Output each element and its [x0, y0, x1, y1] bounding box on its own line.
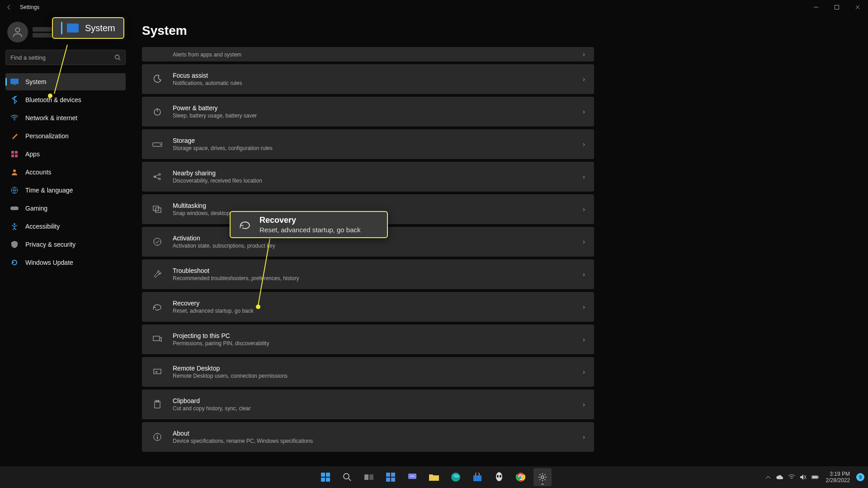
nav-item-apps[interactable]: Apps: [5, 145, 126, 163]
row-sub: Activation state, subscriptions, product…: [173, 243, 583, 249]
taskbar-search[interactable]: [338, 468, 356, 486]
nav-item-personalization[interactable]: Personalization: [5, 127, 126, 145]
back-button[interactable]: [4, 2, 14, 13]
callout-title: Recovery: [259, 216, 360, 225]
svg-rect-37: [391, 473, 395, 477]
share-icon: [151, 172, 164, 181]
svg-rect-39: [391, 478, 395, 482]
chevron-right-icon: ›: [583, 173, 585, 180]
row-power[interactable]: Power & batterySleep, battery usage, bat…: [142, 97, 594, 127]
svg-rect-21: [156, 208, 161, 212]
row-title: Clipboard: [173, 397, 583, 404]
row-notifications[interactable]: Alerts from apps and system ›: [142, 47, 594, 61]
row-sub: Remote Desktop users, connection permiss…: [173, 373, 583, 379]
svg-point-28: [157, 435, 158, 436]
chevron-right-icon: ›: [583, 271, 585, 278]
taskbar-edge[interactable]: [447, 468, 465, 486]
nav-item-time[interactable]: Time & language: [5, 182, 126, 199]
nav-item-gaming[interactable]: Gaming: [5, 200, 126, 217]
search-icon: [114, 54, 121, 61]
nav-label: Windows Update: [25, 259, 73, 266]
chevron-right-icon: ›: [583, 336, 585, 343]
row-recovery[interactable]: RecoveryReset, advanced startup, go back…: [142, 292, 594, 322]
chevron-right-icon: ›: [583, 238, 585, 245]
taskbar-chrome[interactable]: [512, 468, 530, 486]
svg-rect-36: [386, 473, 390, 477]
svg-rect-38: [386, 478, 390, 482]
chevron-right-icon: ›: [583, 51, 585, 58]
taskbar-explorer[interactable]: [425, 468, 443, 486]
start-button[interactable]: [316, 468, 335, 486]
row-storage[interactable]: StorageStorage space, drives, configurat…: [142, 129, 594, 159]
taskbar-settings[interactable]: [533, 468, 552, 486]
svg-point-16: [160, 144, 161, 145]
nav-label: Gaming: [25, 205, 47, 212]
nav-label: System: [25, 78, 47, 85]
row-title: Troubleshoot: [173, 267, 583, 274]
chevron-right-icon: ›: [583, 108, 585, 115]
paint-icon: [10, 131, 19, 141]
nav-item-network[interactable]: Network & internet: [5, 109, 126, 127]
tray-volume-icon[interactable]: [800, 474, 807, 481]
row-title: Focus assist: [173, 72, 583, 79]
drive-icon: [151, 141, 164, 147]
svg-point-47: [497, 475, 499, 478]
tray-clock[interactable]: 3:19 PM 2/28/2022: [826, 471, 850, 484]
svg-point-22: [154, 238, 161, 245]
svg-rect-30: [326, 473, 330, 477]
close-button[interactable]: [847, 0, 868, 14]
svg-point-46: [496, 472, 502, 481]
row-about[interactable]: AboutDevice specifications, rename PC, W…: [142, 422, 594, 452]
nav-item-system[interactable]: System: [5, 73, 126, 90]
tray-battery-icon[interactable]: [811, 474, 819, 481]
svg-rect-0: [835, 5, 839, 9]
chevron-right-icon: ›: [583, 368, 585, 375]
tray-notification-badge[interactable]: 9: [856, 473, 864, 481]
svg-rect-45: [473, 475, 481, 481]
row-clipboard[interactable]: ClipboardCut and copy history, sync, cle…: [142, 389, 594, 419]
apps-icon: [10, 150, 19, 159]
svg-point-43: [413, 476, 414, 477]
recovery-icon: [151, 303, 164, 311]
page-title: System: [142, 23, 850, 38]
tray-chevron-up-icon[interactable]: [764, 474, 772, 481]
monitor-icon: [67, 23, 79, 33]
svg-point-13: [14, 223, 15, 225]
row-nearby-sharing[interactable]: Nearby sharingDiscoverability, received …: [142, 162, 594, 192]
nav-item-bluetooth[interactable]: Bluetooth & devices: [5, 91, 126, 108]
nav-label: Bluetooth & devices: [25, 96, 81, 103]
row-projecting[interactable]: Projecting to this PCPermissions, pairin…: [142, 324, 594, 354]
nav-item-update[interactable]: Windows Update: [5, 254, 126, 271]
maximize-button[interactable]: [826, 0, 847, 14]
svg-point-42: [412, 476, 413, 477]
nav-label: Personalization: [25, 132, 69, 140]
row-title: Nearby sharing: [173, 169, 583, 177]
nav-item-privacy[interactable]: Privacy & security: [5, 236, 126, 253]
nav-item-accessibility[interactable]: Accessibility: [5, 218, 126, 235]
tray-date: 2/28/2022: [826, 477, 850, 483]
row-focus-assist[interactable]: Focus assistNotifications, automatic rul…: [142, 64, 594, 94]
svg-rect-32: [326, 478, 330, 482]
svg-rect-55: [818, 476, 819, 478]
row-remote-desktop[interactable]: Remote DesktopRemote Desktop users, conn…: [142, 357, 594, 387]
taskbar-taskview[interactable]: [360, 468, 378, 486]
row-sub: Storage space, drives, configuration rul…: [173, 145, 583, 151]
row-troubleshoot[interactable]: TroubleshootRecommended troubleshooters,…: [142, 259, 594, 289]
taskbar-widgets[interactable]: [382, 468, 400, 486]
chevron-right-icon: ›: [583, 75, 585, 83]
svg-rect-3: [10, 79, 19, 84]
tray-onedrive-icon[interactable]: [776, 474, 783, 481]
svg-rect-7: [15, 151, 18, 154]
chevron-right-icon: ›: [583, 206, 585, 213]
row-sub: Device specifications, rename PC, Window…: [173, 438, 583, 444]
minimize-button[interactable]: [806, 0, 826, 14]
taskbar-alienware[interactable]: [490, 468, 508, 486]
annotation-dot: [256, 305, 260, 309]
nav-item-accounts[interactable]: Accounts: [5, 164, 126, 181]
globe-icon: [10, 186, 19, 195]
tray-wifi-icon[interactable]: [788, 474, 795, 481]
taskbar-chat[interactable]: [403, 468, 421, 486]
taskbar-store[interactable]: [468, 468, 486, 486]
svg-rect-35: [369, 474, 373, 480]
update-icon: [10, 258, 19, 267]
